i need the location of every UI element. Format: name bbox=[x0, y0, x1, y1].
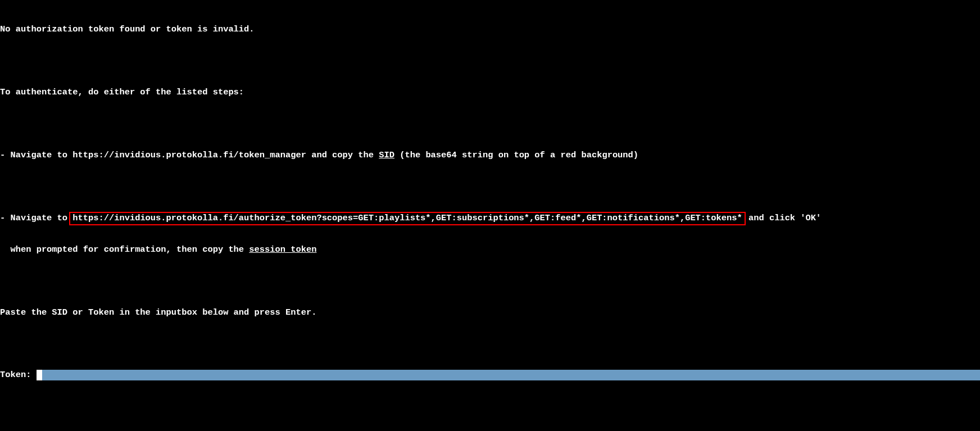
blank-line bbox=[0, 338, 980, 350]
step2-line: - Navigate to https://invidious.protokol… bbox=[0, 212, 980, 224]
step2-url-highlight: https://invidious.protokolla.fi/authoriz… bbox=[69, 212, 745, 225]
token-label: Token: bbox=[0, 370, 37, 380]
step2-session-token: session token bbox=[249, 244, 316, 255]
paste-instruction: Paste the SID or Token in the inputbox b… bbox=[0, 307, 980, 318]
step1-suffix: (the base64 string on top of a red backg… bbox=[394, 150, 638, 160]
token-row: Token: bbox=[0, 370, 980, 380]
step1-url: https://invidious.protokolla.fi/token_ma… bbox=[72, 150, 306, 160]
blank-line bbox=[0, 275, 980, 287]
step1-prefix: - Navigate to bbox=[0, 150, 72, 160]
terminal-screen: No authorization token found or token is… bbox=[0, 0, 980, 391]
step2-suffix: and click 'OK' bbox=[743, 213, 822, 223]
auth-intro: To authenticate, do either of the listed… bbox=[0, 87, 980, 98]
step1-sid: SID bbox=[379, 150, 394, 160]
blank-line bbox=[0, 118, 980, 129]
step1-line: - Navigate to https://invidious.protokol… bbox=[0, 149, 980, 161]
text-cursor-icon bbox=[37, 370, 42, 380]
blank-line bbox=[0, 181, 980, 192]
blank-line bbox=[0, 55, 980, 66]
token-input-wrap[interactable] bbox=[37, 370, 980, 380]
step1-mid: and copy the bbox=[306, 150, 379, 160]
error-line: No authorization token found or token is… bbox=[0, 24, 980, 35]
step2-prefix: - Navigate to bbox=[0, 213, 72, 223]
step2-line2: when prompted for confirmation, then cop… bbox=[0, 244, 980, 255]
step2-line2-prefix: when prompted for confirmation, then cop… bbox=[0, 244, 249, 255]
token-input[interactable] bbox=[42, 370, 980, 380]
